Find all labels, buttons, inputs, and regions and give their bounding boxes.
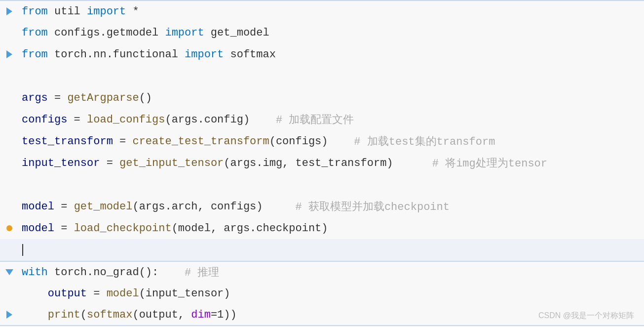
var-configs: configs bbox=[22, 114, 67, 126]
code-line-2: from configs.getmodel import get_model bbox=[0, 22, 644, 43]
code-text: () bbox=[139, 92, 152, 104]
gutter-arrow-1 bbox=[5, 7, 14, 16]
code-text: = bbox=[113, 135, 133, 148]
func-get-input-tensor: get_input_tensor bbox=[119, 157, 224, 169]
code-line-6: configs = load_configs(args.config) # 加载… bbox=[0, 109, 644, 130]
comment-2: # 加载test集的transform bbox=[328, 134, 495, 149]
code-text: torch.no_grad(): bbox=[48, 266, 158, 279]
code-line-14: output = model(input_tensor) bbox=[0, 283, 644, 304]
code-text: = bbox=[54, 201, 74, 213]
code-text: softmax bbox=[224, 48, 276, 61]
code-text: = bbox=[211, 309, 217, 321]
func-load-checkpoint: load_checkpoint bbox=[74, 222, 172, 235]
gutter-none-cursor bbox=[5, 245, 14, 254]
code-text: (model, args.checkpoint) bbox=[172, 222, 328, 235]
kw-from: from bbox=[22, 5, 48, 18]
code-line-9 bbox=[0, 174, 644, 196]
code-text: )) bbox=[224, 309, 236, 321]
comment-3: # 将img处理为tensor bbox=[393, 156, 547, 170]
gutter-none-8 bbox=[5, 159, 14, 167]
code-text: = bbox=[54, 222, 74, 235]
func-model: model bbox=[107, 287, 139, 300]
code-line-1: from util import * bbox=[0, 0, 644, 22]
code-line-5: args = getArgparse() bbox=[0, 87, 644, 109]
var-output: output bbox=[48, 287, 87, 300]
code-text: (args.arch, configs) bbox=[132, 201, 263, 213]
code-line-cursor bbox=[0, 239, 644, 261]
code-text: (input_tensor) bbox=[139, 287, 230, 300]
comment-4: # 获取模型并加载checkpoint bbox=[263, 199, 450, 214]
code-text: * bbox=[126, 5, 139, 18]
code-text: (args.img, test_transform) bbox=[224, 157, 393, 169]
code-line-13: with torch.no_grad(): # 推理 bbox=[0, 261, 644, 283]
code-text: (output, bbox=[132, 309, 191, 321]
kw-from: from bbox=[22, 27, 48, 39]
gutter-none-5 bbox=[5, 93, 14, 102]
code-text: ( bbox=[80, 309, 87, 321]
code-text: = bbox=[67, 114, 87, 126]
var-args: args bbox=[22, 92, 48, 104]
code-text: util bbox=[48, 5, 87, 18]
code-indent bbox=[22, 309, 48, 321]
gutter-none-14 bbox=[5, 289, 14, 298]
code-text: (args.config) bbox=[165, 114, 250, 126]
code-block: from util import * from configs.getmodel… bbox=[0, 0, 644, 327]
code-text: get_model bbox=[204, 27, 269, 39]
code-line-11: model = load_checkpoint(model, args.chec… bbox=[0, 217, 644, 239]
comment-1: # 加载配置文件 bbox=[250, 112, 354, 127]
var-model2: model bbox=[22, 222, 54, 235]
code-text: = bbox=[87, 287, 107, 300]
var-test-transform: test_transform bbox=[22, 135, 113, 148]
gutter-dot-11 bbox=[5, 224, 14, 233]
code-line-8: input_tensor = get_input_tensor(args.img… bbox=[0, 152, 644, 174]
code-text: 1 bbox=[217, 309, 224, 321]
code-container: from util import * from configs.getmodel… bbox=[0, 0, 644, 327]
kw-import: import bbox=[185, 48, 224, 61]
func-get-model: get_model bbox=[74, 201, 133, 213]
kw-from: from bbox=[22, 48, 48, 61]
func-getargparse: getArgparse bbox=[67, 92, 139, 104]
func-loadconfigs: load_configs bbox=[87, 114, 165, 126]
code-text: = bbox=[48, 92, 68, 104]
gutter-arrow-15 bbox=[5, 310, 14, 319]
code-text: (configs) bbox=[269, 135, 328, 148]
param-dim: dim bbox=[191, 309, 211, 321]
code-text: configs.getmodel bbox=[48, 27, 165, 39]
gutter-none-6 bbox=[5, 115, 14, 124]
kw-with: with bbox=[22, 266, 48, 279]
var-input-tensor: input_tensor bbox=[22, 157, 100, 169]
gutter-none-2 bbox=[5, 28, 14, 37]
code-text: torch.nn.functional bbox=[48, 48, 185, 61]
comment-5: # 推理 bbox=[158, 265, 219, 280]
gutter-arrow-down-13 bbox=[5, 268, 14, 277]
gutter-none-10 bbox=[5, 202, 14, 211]
watermark: CSDN @我是一个对称矩阵 bbox=[538, 311, 634, 321]
code-indent bbox=[22, 287, 48, 300]
code-line-10: model = get_model(args.arch, configs) # … bbox=[0, 196, 644, 217]
text-cursor bbox=[22, 244, 23, 256]
code-text: = bbox=[100, 157, 119, 169]
var-model: model bbox=[22, 201, 54, 213]
code-line-7: test_transform = create_test_transform(c… bbox=[0, 130, 644, 152]
func-print: print bbox=[48, 309, 80, 321]
code-line-4 bbox=[0, 65, 644, 87]
gutter-arrow-3 bbox=[5, 50, 14, 59]
func-softmax: softmax bbox=[87, 309, 132, 321]
kw-import: import bbox=[87, 5, 126, 18]
kw-import: import bbox=[165, 27, 204, 39]
gutter-none-7 bbox=[5, 137, 14, 146]
code-line-3: from torch.nn.functional import softmax bbox=[0, 43, 644, 65]
func-create-test-transform: create_test_transform bbox=[132, 135, 269, 148]
